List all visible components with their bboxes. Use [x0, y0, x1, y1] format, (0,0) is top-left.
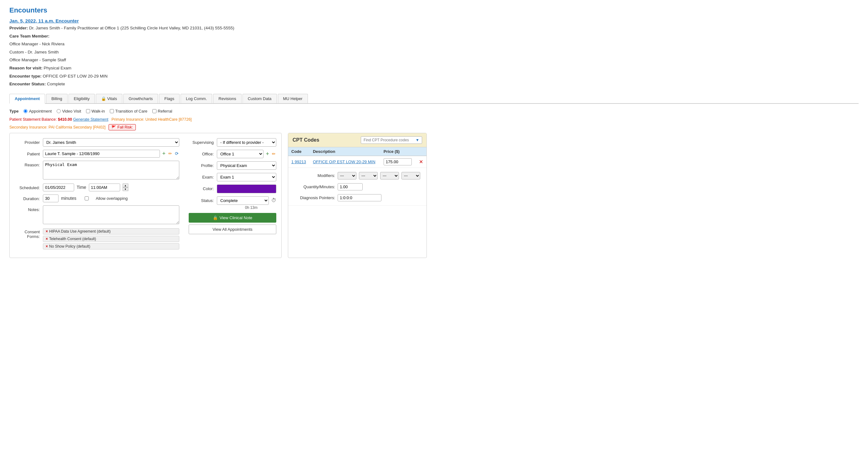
reason-textarea[interactable]: Physical Exam [43, 161, 179, 180]
encounter-status-value: Complete [47, 82, 65, 86]
tab-appointment[interactable]: Appointment [9, 94, 45, 104]
modifier-2-select[interactable]: --- [359, 172, 378, 180]
cpt-delete-btn[interactable]: ✕ [419, 159, 423, 165]
quantity-label: Quantity/Minutes: [294, 185, 335, 189]
allow-overlap-checkbox[interactable] [79, 196, 94, 200]
type-transition-checkbox[interactable] [110, 109, 114, 113]
cpt-price-input[interactable] [383, 158, 412, 165]
link-patient-btn[interactable]: ⟳ [174, 151, 179, 157]
tab-vitals[interactable]: 🔒Vitals [96, 94, 122, 103]
consent-field-label: Consent Forms: [15, 228, 43, 239]
tab-growthcharts[interactable]: Growthcharts [123, 94, 158, 103]
office-row: Office: Office 1 + ✏ [189, 150, 276, 158]
supervising-control: - If different to provider - [217, 138, 276, 147]
allow-overlap-label[interactable]: Allow overlapping [79, 196, 128, 201]
patient-row-inner: + ✏ ⟳ [43, 150, 179, 158]
consent-remove-0[interactable]: × [46, 229, 48, 233]
fall-risk-icon: 🚩 [112, 125, 116, 129]
cpt-code-link[interactable]: 1 99213 [291, 159, 306, 164]
quantity-input[interactable] [338, 183, 363, 190]
reason-label: Reason for visit: [9, 66, 42, 70]
provider-control: Dr. James Smith [43, 138, 179, 147]
type-appointment-radio[interactable] [24, 109, 28, 113]
tab-billing[interactable]: Billing [46, 94, 68, 103]
main-layout: Provider Dr. James Smith Patient + [9, 133, 859, 258]
care-team-line-2: Custom - Dr. James Smith [9, 49, 859, 56]
profile-select[interactable]: Physical Exam [217, 161, 276, 170]
notes-row: Notes: [15, 205, 179, 225]
add-office-btn[interactable]: + [265, 150, 270, 158]
type-walkin-checkbox[interactable] [86, 109, 90, 113]
reason-field-label: Reason: [15, 161, 43, 167]
edit-patient-btn[interactable]: ✏ [168, 151, 173, 157]
type-label: Type [9, 109, 19, 114]
view-clinical-note-btn[interactable]: 🔒 View Clinical Note [189, 213, 276, 223]
view-all-appointments-btn[interactable]: View All Appointments [189, 225, 276, 234]
supervising-select[interactable]: - If different to provider - [217, 138, 276, 147]
time-spinner: ▲ ▼ [123, 184, 128, 191]
encounter-date-link[interactable]: Jan. 5, 2022, 11 a.m. Encounter [9, 18, 79, 24]
scheduled-time-input[interactable] [89, 184, 120, 191]
col-code: Code [288, 147, 310, 156]
exam-control: Exam 1 [217, 173, 276, 181]
modifier-4-select[interactable]: --- [401, 172, 420, 180]
time-up-btn[interactable]: ▲ [123, 184, 128, 187]
duration-unit: minutes [61, 196, 76, 201]
care-team-line-3: Office Manager - Sample Staff [9, 57, 859, 63]
exam-select[interactable]: Exam 1 [217, 173, 276, 181]
reason-value: Physical Exam [44, 66, 72, 70]
edit-office-btn[interactable]: ✏ [271, 151, 276, 157]
generate-statement-link[interactable]: Generate Statement [73, 117, 108, 122]
consent-remove-1[interactable]: × [46, 237, 48, 241]
duration-row: Duration: minutes Allow overlapping [15, 194, 179, 202]
consent-remove-2[interactable]: × [46, 244, 48, 249]
color-row: Color: [189, 185, 276, 193]
provider-value: Dr. James Smith - Family Practitioner at… [29, 26, 235, 30]
type-transition-label[interactable]: Transition of Care [110, 109, 147, 114]
office-select[interactable]: Office 1 [217, 150, 264, 158]
scheduled-date-input[interactable] [43, 184, 74, 191]
patient-input[interactable] [43, 150, 160, 158]
status-select[interactable]: Complete [217, 196, 269, 205]
encounter-header: Jan. 5, 2022, 11 a.m. Encounter Provider… [9, 18, 859, 88]
cpt-desc-link[interactable]: OFFICE O/P EST LOW 20-29 MIN [313, 159, 375, 164]
type-referral-checkbox[interactable] [152, 109, 156, 113]
office-field-label: Office: [189, 150, 217, 156]
notes-textarea[interactable] [43, 205, 179, 224]
type-walkin-label[interactable]: Walk-in [86, 109, 105, 114]
lock-note-icon: 🔒 [213, 216, 218, 220]
type-referral-label[interactable]: Referral [152, 109, 172, 114]
primary-insurance-alert: Primary Insurance: United HealthCare [87… [112, 117, 191, 122]
lock-icon: 🔒 [101, 96, 106, 101]
status-row-inner: Complete ⏱ [217, 196, 276, 205]
clock-icon[interactable]: ⏱ [271, 198, 276, 203]
cpt-search-input[interactable] [364, 138, 414, 142]
tab-flags[interactable]: Flags [159, 94, 180, 103]
exam-row: Exam: Exam 1 [189, 173, 276, 181]
modifier-1-select[interactable]: --- [338, 172, 356, 180]
notes-field-label: Notes: [15, 205, 43, 212]
tab-logcomm[interactable]: Log Comm. [181, 94, 212, 103]
tab-customdata[interactable]: Custom Data [243, 94, 277, 103]
tab-eligibility[interactable]: Eligibility [68, 94, 95, 103]
scheduled-row: Scheduled: Time ▲ ▼ [15, 184, 179, 191]
duration-input[interactable] [43, 194, 59, 202]
color-swatch[interactable] [217, 185, 276, 193]
type-video-label[interactable]: Video Visit [57, 109, 81, 114]
type-appointment-label[interactable]: Appointment [24, 109, 52, 114]
modifier-3-select[interactable]: --- [380, 172, 399, 180]
col-delete [416, 147, 427, 156]
encounter-status-label: Encounter Status: [9, 82, 46, 86]
cpt-search-box[interactable]: ▼ [361, 136, 422, 144]
provider-select[interactable]: Dr. James Smith [43, 138, 179, 147]
tab-revisions[interactable]: Revisions [213, 94, 241, 103]
cpt-panel: CPT Codes ▼ Code Description Price ($) 1… [288, 133, 427, 258]
form-panel: Provider Dr. James Smith Patient + [9, 133, 282, 258]
type-video-radio[interactable] [57, 109, 61, 113]
diagnosis-input[interactable] [338, 194, 381, 201]
cpt-header: CPT Codes ▼ [288, 133, 427, 147]
tab-muhelper[interactable]: MU Helper [278, 94, 308, 103]
time-down-btn[interactable]: ▼ [123, 187, 128, 191]
secondary-insurance-alert: Secondary Insurance: PAI California Seco… [9, 125, 105, 129]
add-patient-btn[interactable]: + [161, 150, 166, 158]
